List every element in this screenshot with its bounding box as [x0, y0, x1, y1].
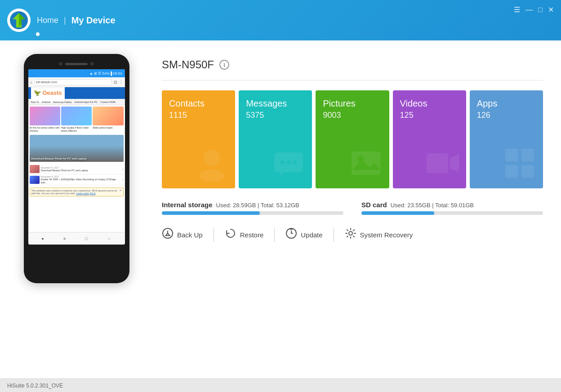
phone-browser-content: 🦖 Oeasts How ToAndroidSamsung GalaxyAndr…: [28, 87, 125, 232]
storage-row: Internal storage Used: 28.59GB | Total: …: [162, 201, 543, 215]
maximize-icon[interactable]: □: [538, 6, 543, 14]
messages-label: Messages: [246, 98, 305, 109]
phone-area: ▲ ⊞ ☰ 54%▐ 09:53 ⌂ tuli-beasts.com ⊡ ⋮: [0, 49, 153, 283]
messages-count: 5375: [246, 111, 305, 120]
internal-storage-detail: Used: 28.59GB | Total: 53.12GB: [216, 202, 299, 209]
contacts-label: Contacts: [169, 98, 228, 109]
contacts-icon: [194, 145, 230, 183]
phone-articles: let this fun photo editor with Stickers …: [28, 105, 125, 134]
sdcard-storage-name: SD card: [361, 201, 387, 209]
phone-task-btn[interactable]: ≡: [63, 236, 66, 241]
phone-cookie-bar: This website uses cookies to improve you…: [30, 187, 124, 196]
system-recovery-action[interactable]: System Recovery: [334, 227, 424, 242]
videos-label: Videos: [400, 98, 459, 109]
nav-links: Home | My Device: [37, 15, 116, 26]
phone-camera: [59, 62, 62, 66]
tile-videos[interactable]: Videos 125: [393, 90, 466, 188]
device-model: SM-N950F: [162, 58, 214, 71]
phone-article-text-1: let this fun photo editor with Stickers: [30, 126, 60, 133]
storage-sdcard: SD card Used: 23.55GB | Total: 59.01GB: [361, 201, 543, 215]
nav-separator: |: [64, 16, 66, 25]
phone-url-bar: tuli-beasts.com: [34, 79, 112, 85]
storage-internal: Internal storage Used: 28.59GB | Total: …: [162, 201, 343, 215]
phone-url-text: tuli-beasts.com: [36, 80, 57, 84]
svg-point-8: [293, 160, 297, 164]
my-device-link[interactable]: My Device: [71, 15, 116, 26]
phone-tab-icon: ⊡: [114, 80, 117, 85]
device-panel: SM-N950F i Contacts 1115 Message: [153, 49, 561, 251]
phone-thumb-2: [30, 176, 40, 184]
svg-marker-9: [280, 172, 283, 177]
phone-thumb-1: [30, 165, 40, 173]
restore-icon: [225, 227, 236, 242]
svg-point-7: [287, 160, 290, 164]
phone-mockup: ▲ ⊞ ☰ 54%▐ 09:53 ⌂ tuli-beasts.com ⊡ ⋮: [24, 54, 129, 283]
phone-home-icon: ⌂: [30, 80, 32, 85]
phone-article-img-1: [30, 107, 60, 125]
menu-icon[interactable]: ☰: [514, 5, 520, 14]
phone-list-item-2: November 8, 2017 Enable 4K HDR + QHD@60f…: [30, 174, 124, 185]
phone-learn-more: Learn more: [76, 192, 89, 195]
system-recovery-label: System Recovery: [360, 231, 413, 239]
sdcard-storage-bar-bg: [361, 211, 543, 215]
tile-contacts[interactable]: Contacts 1115: [162, 90, 235, 188]
phone-cookie-close[interactable]: ✕: [119, 189, 122, 192]
svg-point-22: [349, 232, 352, 235]
phone-article-text-3: Make photo bright: [93, 126, 123, 129]
phone-forward-btn[interactable]: ←: [107, 236, 111, 241]
update-label: Update: [301, 231, 322, 239]
svg-marker-14: [450, 154, 459, 172]
nav-indicator: [36, 32, 40, 36]
home-link[interactable]: Home: [37, 16, 58, 25]
internal-storage-bar-fill: [162, 211, 260, 215]
contacts-count: 1115: [169, 111, 228, 120]
phone-list-arrow-1: ›: [122, 168, 123, 171]
phone-list-arrow-2: ›: [122, 178, 123, 181]
phone-list-title-2: Enable 4K HDR + QHD@60fps Video Recordin…: [41, 178, 121, 184]
pictures-count: 9003: [323, 111, 382, 120]
phone-list-text-1: November 9, 2017 Download Beauty Photo f…: [41, 166, 121, 172]
backup-icon: [162, 227, 174, 242]
phone-got-it: Got it: [89, 192, 95, 195]
svg-rect-16: [521, 149, 534, 161]
backup-action[interactable]: Back Up: [162, 227, 214, 242]
phone-list-items: November 9, 2017 Download Beauty Photo f…: [28, 163, 125, 187]
title-bar: Home | My Device ☰ — □ ✕: [0, 0, 561, 40]
videos-count: 125: [400, 111, 459, 120]
sdcard-storage-bar-fill: [361, 211, 434, 215]
device-info-icon[interactable]: i: [219, 60, 229, 70]
sdcard-storage-detail: Used: 23.55GB | Total: 59.01GB: [391, 202, 474, 209]
tile-messages[interactable]: Messages 5375: [239, 90, 312, 188]
phone-back-btn[interactable]: ●: [41, 236, 44, 241]
internal-storage-bar-bg: [162, 211, 343, 215]
internal-storage-header: Internal storage Used: 28.59GB | Total: …: [162, 201, 343, 209]
phone-big-article: Download Beauty Photo for PC and Laptop: [30, 135, 124, 162]
tile-pictures[interactable]: Pictures 9003: [316, 90, 389, 188]
phone-top: [28, 62, 125, 66]
update-action[interactable]: Update: [275, 227, 334, 242]
tile-apps[interactable]: Apps 126: [470, 90, 543, 188]
svg-rect-13: [427, 153, 448, 173]
svg-rect-15: [505, 149, 518, 161]
system-recovery-icon: [345, 227, 356, 242]
phone-menu-icon: ⋮: [119, 80, 123, 85]
update-icon: [285, 227, 297, 242]
device-divider: [162, 80, 543, 80]
minimize-icon[interactable]: —: [525, 6, 533, 14]
phone-site-header: 🦖 Oeasts: [28, 87, 125, 99]
actions-row: Back Up Restore: [162, 227, 543, 242]
phone-speaker: [65, 63, 88, 65]
sdcard-storage-header: SD card Used: 23.55GB | Total: 59.01GB: [361, 201, 543, 209]
messages-icon: [271, 145, 307, 183]
close-icon[interactable]: ✕: [548, 5, 554, 14]
status-bar: HiSuite 5.0.2.301_OVE: [0, 379, 561, 392]
phone-browser-bar: ⌂ tuli-beasts.com ⊡ ⋮: [28, 77, 125, 87]
phone-sensor: [90, 62, 94, 66]
phone-list-title-1: Download Beauty Photo for PC and Laptop: [41, 169, 121, 172]
restore-action[interactable]: Restore: [214, 227, 275, 242]
svg-point-4: [199, 169, 224, 181]
svg-point-3: [204, 150, 220, 166]
pictures-label: Pictures: [323, 98, 382, 109]
phone-home-btn[interactable]: □: [85, 236, 88, 241]
phone-status-icons: ▲ ⊞ ☰ 54%▐ 09:53: [89, 71, 122, 76]
